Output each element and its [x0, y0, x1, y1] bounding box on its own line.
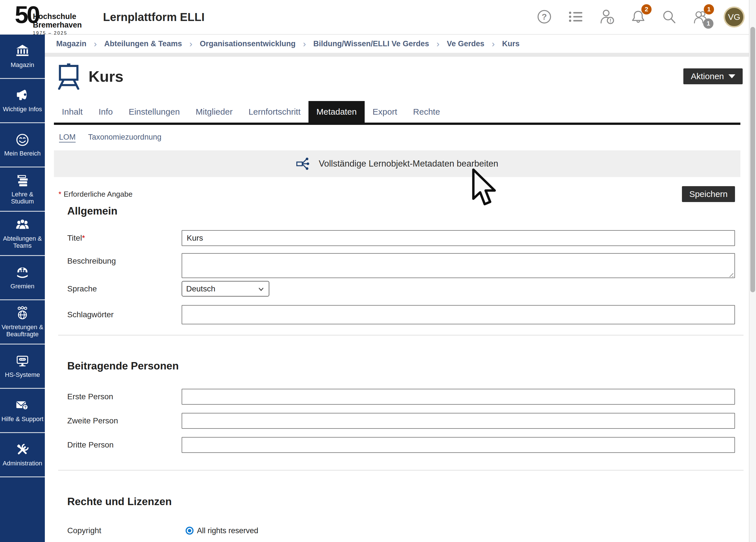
user-status-button[interactable]: ! — [599, 9, 615, 25]
sidebar-item-label: Lehre & Studium — [1, 191, 44, 205]
sidebar-item-hs-systeme[interactable]: HS-Systeme — [0, 344, 45, 389]
bank-icon — [15, 44, 30, 59]
section-title-beitragende-personen: Beitragende Personen — [67, 360, 749, 372]
main-content: Magazin › Abteilungen & Teams › Organisa… — [45, 35, 749, 542]
people-group-icon — [15, 218, 30, 232]
notification-badge: 2 — [641, 4, 652, 14]
breadcrumb-item-ve-gerdes[interactable]: Ve Gerdes — [447, 39, 484, 48]
university-logo[interactable]: 50 Hochschule Bremerhaven 1975 – 2025 — [15, 2, 82, 36]
logo-years: 1975 – 2025 — [33, 31, 82, 36]
schlagwoerter-input[interactable] — [182, 305, 735, 324]
sidebar-item-mein-bereich[interactable]: Mein Bereich — [0, 123, 45, 167]
tab-mitglieder[interactable]: Mitglieder — [188, 101, 241, 123]
list-icon — [568, 9, 584, 25]
caret-down-icon — [728, 74, 735, 78]
titel-input[interactable] — [182, 230, 735, 246]
tab-info[interactable]: Info — [91, 101, 121, 123]
breadcrumb-item-kurs[interactable]: Kurs — [502, 39, 520, 48]
sidebar-item-label: Abteilungen & Teams — [1, 235, 44, 249]
tab-export[interactable]: Export — [365, 101, 405, 123]
search-button[interactable] — [661, 9, 678, 25]
chevron-right-icon: › — [303, 39, 306, 49]
tools-icon — [15, 442, 30, 457]
tab-lernfortschritt[interactable]: Lernfortschritt — [241, 101, 308, 123]
contacts-badge-secondary: 1 — [703, 18, 713, 29]
breadcrumb-item-magazin[interactable]: Magazin — [56, 39, 87, 48]
svg-text:?: ? — [24, 405, 27, 409]
dritte-person-input[interactable] — [182, 437, 735, 453]
tab-bar: Inhalt Info Einstellungen Mitglieder Ler… — [54, 101, 740, 125]
sidebar-filler — [0, 477, 45, 542]
zweite-person-input[interactable] — [182, 413, 735, 429]
copyright-label: Copyright — [67, 526, 182, 535]
breadcrumb: Magazin › Abteilungen & Teams › Organisa… — [45, 35, 749, 53]
tab-rechte[interactable]: Rechte — [405, 101, 448, 123]
section-title-rechte-lizenzen: Rechte und Lizenzen — [67, 495, 749, 508]
copyright-radio[interactable] — [186, 527, 194, 535]
monitor-icon — [15, 354, 30, 369]
dritte-person-label: Dritte Person — [67, 440, 182, 449]
sidebar-item-administration[interactable]: Administration — [0, 433, 45, 477]
sidebar-item-wichtige-infos[interactable]: Wichtige Infos — [0, 79, 45, 123]
logo-name-line2: Bremerhaven — [33, 21, 82, 30]
sidebar-item-label: Administration — [3, 460, 42, 467]
zweite-person-label: Zweite Person — [67, 416, 182, 425]
sidebar-item-hilfe-support[interactable]: ? Hilfe & Support — [0, 389, 45, 433]
todo-list-button[interactable] — [568, 9, 584, 25]
schlagwoerter-label: Schlagwörter — [67, 310, 182, 319]
required-asterisk: * — [58, 190, 61, 199]
sidebar-item-gremien[interactable]: Gremien — [0, 256, 45, 300]
save-button[interactable]: Speichern — [682, 186, 735, 202]
app-title: Lernplattform ELLI — [103, 0, 205, 34]
sidebar-item-magazin[interactable]: Magazin — [0, 35, 45, 79]
sprache-selected-value: Deutsch — [186, 284, 215, 293]
metadata-nodes-icon — [296, 156, 312, 172]
sidebar-item-label: Magazin — [11, 61, 34, 68]
svg-text:?: ? — [542, 12, 547, 21]
sidebar-item-label: Gremien — [11, 283, 34, 290]
search-icon — [661, 9, 678, 25]
help-button[interactable]: ? — [536, 9, 553, 25]
user-avatar[interactable]: VG — [724, 7, 745, 28]
main-sidebar: Magazin Wichtige Infos Mein Bereich Lehr… — [0, 35, 45, 542]
titel-label: Titel* — [67, 234, 182, 243]
chevron-right-icon: › — [436, 39, 440, 49]
sprache-select[interactable]: Deutsch — [182, 281, 269, 297]
subtab-taxonomiezuordnung[interactable]: Taxonomiezuordnung — [88, 133, 161, 142]
committee-icon — [15, 265, 30, 280]
contacts-button[interactable]: 1 1 — [692, 9, 709, 25]
required-note: * Erforderliche Angabe — [58, 190, 133, 199]
beschreibung-label: Beschreibung — [67, 257, 182, 266]
erste-person-input[interactable] — [182, 389, 735, 405]
breadcrumb-item-bildung-wissen[interactable]: Bildung/Wissen/ELLI Ve Gerdes — [313, 39, 429, 48]
tab-einstellungen[interactable]: Einstellungen — [121, 101, 188, 123]
erste-person-label: Erste Person — [67, 392, 182, 401]
svg-text:!: ! — [610, 18, 611, 24]
breadcrumb-divider — [45, 53, 749, 57]
contacts-badge-primary: 1 — [704, 4, 714, 14]
sidebar-item-vertretungen-beauftragte[interactable]: Vertretungen & Beauftragte — [0, 300, 45, 344]
smiley-icon — [15, 133, 30, 147]
sprache-label: Sprache — [67, 284, 182, 293]
breadcrumb-item-organisationsentwicklung[interactable]: Organisationsentwicklung — [200, 39, 296, 48]
beschreibung-textarea[interactable] — [182, 253, 735, 278]
globe-people-icon — [15, 306, 30, 321]
subtab-lom[interactable]: LOM — [59, 133, 76, 142]
actions-button[interactable]: Aktionen — [683, 68, 743, 84]
user-alert-icon: ! — [599, 9, 615, 25]
logo-name-line1: Hochschule — [33, 12, 82, 21]
breadcrumb-item-abteilungen[interactable]: Abteilungen & Teams — [104, 39, 182, 48]
edit-full-metadata-banner[interactable]: Vollständige Lernobjekt-Metadaten bearbe… — [54, 150, 740, 177]
tab-metadaten[interactable]: Metadaten — [308, 101, 365, 123]
notifications-button[interactable]: 2 — [630, 9, 646, 25]
help-icon: ? — [536, 9, 553, 25]
section-divider — [58, 335, 744, 335]
vertical-scrollbar[interactable] — [749, 0, 756, 542]
scrollbar-thumb[interactable] — [750, 27, 755, 292]
sidebar-item-label: HS-Systeme — [5, 371, 40, 378]
tab-inhalt[interactable]: Inhalt — [54, 101, 91, 123]
sidebar-item-abteilungen-teams[interactable]: Abteilungen & Teams — [0, 212, 45, 256]
sidebar-item-lehre-studium[interactable]: Lehre & Studium — [0, 167, 45, 212]
mail-question-icon: ? — [15, 398, 30, 413]
copyright-radio-option: All rights reserved — [197, 526, 258, 535]
